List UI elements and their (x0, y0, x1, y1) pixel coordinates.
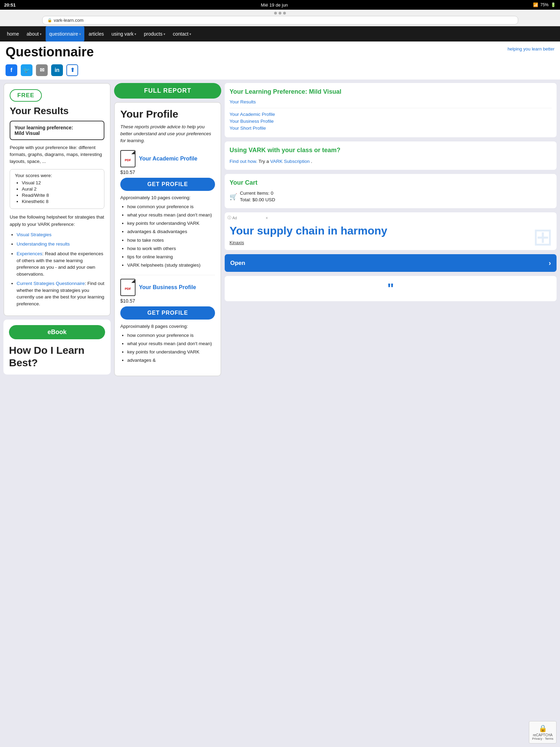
bullet-2: what your results mean (and don't mean) (127, 211, 215, 219)
cart-section: Your Cart 🛒 Current Items: 0 Total: $0.0… (225, 174, 557, 208)
scores-list: Visual 12 Aural 2 Read/Write 8 Kinesthet… (15, 180, 99, 204)
business-approx: Approximately 8 pages covering: (120, 324, 215, 329)
browser-bar: 🔒 vark-learn.com (0, 10, 560, 26)
social-icons-row: f 🐦 ✉ in ⬆ (0, 62, 560, 80)
current-strategies-link[interactable]: Current Strategies Questionnaire (17, 281, 85, 286)
business-price: $10.57 (120, 298, 215, 304)
academic-pdf-icon: PDF (120, 150, 136, 167)
ad-info-icon: ⓘ (227, 215, 231, 220)
ad-bg-decoration: ⊞ (533, 223, 553, 251)
open-button[interactable]: Open › (225, 254, 557, 272)
nav-articles[interactable]: articles (85, 26, 107, 42)
academic-header: PDF Your Academic Profile (120, 150, 215, 167)
status-date: Mié 19 de jun (261, 2, 288, 8)
biz-bullet-3: key points for understanding VARK (127, 348, 215, 356)
open-button-label: Open (230, 260, 245, 267)
visual-strategies-link[interactable]: Visual Strategies (17, 232, 52, 237)
twitter-icon[interactable]: 🐦 (21, 64, 32, 76)
biz-bullet-1: how common your preference is (127, 332, 215, 339)
business-sidebar-link[interactable]: Your Business Profile (230, 119, 552, 124)
bullet-5: how to take notes (127, 237, 215, 244)
link-current-strategies: Current Strategies Questionnaire: Find o… (17, 280, 104, 307)
get-academic-profile-button[interactable]: GET PROFILE (120, 178, 215, 191)
learning-pref-section: Your Learning Preference: Mild Visual Yo… (225, 83, 557, 137)
page-title: Questionnaire (6, 45, 94, 59)
nav-using-vark-label: using vark (112, 31, 134, 37)
status-bar: 20:51 Mié 19 de jun 📶 75% 🔋 (0, 0, 560, 10)
link-experiences: Experiences: Read about the experiences … (17, 250, 104, 277)
find-out-link[interactable]: Find out how. (230, 159, 257, 164)
your-results-link[interactable]: Your Results (230, 99, 552, 104)
score-aural: Aural 2 (22, 186, 99, 192)
nav-products[interactable]: products ▾ (140, 26, 169, 42)
helpsheet-text: Use the following helpsheet for strategi… (10, 214, 104, 228)
battery-icon: 🔋 (551, 2, 556, 7)
email-icon[interactable]: ✉ (36, 64, 48, 76)
full-report-button[interactable]: FULL REPORT (114, 83, 221, 99)
nav-about[interactable]: about ▾ (23, 26, 45, 42)
free-card: FREE Your Results Your learning preferen… (3, 83, 111, 316)
nav-home-label: home (7, 31, 19, 37)
lock-icon: 🔒 (47, 18, 52, 22)
experiences-link[interactable]: Experiences (17, 251, 42, 256)
nav-about-arrow: ▾ (40, 32, 41, 36)
cart-title: Your Cart (230, 179, 552, 187)
status-right: 📶 75% 🔋 (533, 2, 556, 7)
nav-contact-label: contact (173, 31, 188, 37)
right-column: Your Learning Preference: Mild Visual Yo… (225, 83, 557, 376)
academic-bullets: how common your preference is what your … (120, 203, 215, 269)
bullet-6: how to work with others (127, 245, 215, 252)
score-visual: Visual 12 (22, 180, 99, 185)
quote-mark-icon: " (388, 281, 394, 296)
academic-profile-section: PDF Your Academic Profile $10.57 GET PRO… (120, 150, 215, 269)
ebook-button[interactable]: eBook (9, 325, 105, 339)
page-header: Questionnaire helping you learn better (0, 42, 560, 62)
nav-questionnaire[interactable]: questionnaire ▾ (46, 26, 84, 42)
score-readwrite: Read/Write 8 (22, 193, 99, 198)
battery-text: 75% (540, 2, 549, 7)
nav-contact[interactable]: contact ▾ (169, 26, 195, 42)
nav-using-vark[interactable]: using vark ▾ (108, 26, 140, 42)
cart-items: Current Items: 0 (240, 190, 275, 197)
middle-column: FULL REPORT Your Profile These reports p… (114, 83, 221, 376)
results-title: Your Results (10, 106, 104, 117)
helpsheet-links: Visual Strategies Understanding the resu… (10, 231, 104, 307)
ad-brand[interactable]: Kinaxis (230, 240, 552, 245)
get-business-profile-button[interactable]: GET PROFILE (120, 306, 215, 320)
short-sidebar-link[interactable]: Your Short Profile (230, 126, 552, 131)
academic-sidebar-link[interactable]: Your Academic Profile (230, 112, 552, 117)
academic-price: $10.57 (120, 169, 215, 175)
business-profile-link[interactable]: Your Business Profile (139, 284, 196, 290)
linkedin-icon[interactable]: in (51, 64, 63, 76)
cart-total: Total: $0.00 USD (240, 197, 275, 203)
free-button[interactable]: FREE (10, 89, 42, 102)
description-text: People with your preference like: differ… (10, 144, 104, 165)
nav-contact-arrow: ▾ (189, 32, 191, 36)
pref-value: Mild Visual (15, 130, 40, 136)
preference-box: Your learning preference: Mild Visual (10, 121, 104, 140)
nav-questionnaire-label: questionnaire (49, 31, 78, 37)
nav-questionnaire-arrow: ▾ (79, 32, 81, 36)
link-visual: Visual Strategies (17, 231, 104, 238)
ad-text: Your supply chain in harmony (230, 224, 552, 237)
url-bar[interactable]: 🔒 vark-learn.com (42, 16, 518, 25)
helping-text: helping you learn better (507, 46, 554, 52)
share-icon[interactable]: ⬆ (66, 64, 78, 76)
business-profile-section: PDF Your Business Profile $10.57 GET PRO… (120, 279, 215, 365)
ebook-card: eBook How Do I Learn Best? (3, 320, 111, 375)
bullet-3: key points for understanding VARK (127, 220, 215, 227)
ad-close-icon[interactable]: × (265, 216, 268, 220)
profile-card-title: Your Profile (120, 108, 215, 120)
business-bullets: how common your preference is what your … (120, 332, 215, 365)
understanding-results-link[interactable]: Understanding the results (17, 241, 70, 247)
vark-subscription-link[interactable]: VARK Subscription (270, 159, 310, 164)
bullet-1: how common your preference is (127, 203, 215, 211)
academic-profile-link[interactable]: Your Academic Profile (139, 156, 197, 162)
main-content: FREE Your Results Your learning preferen… (0, 80, 560, 380)
left-column: FREE Your Results Your learning preferen… (3, 83, 111, 376)
ebook-title-text: How Do I Learn Best? (9, 344, 84, 368)
nav-home[interactable]: home (3, 26, 22, 42)
pref-label: Your learning preference: (15, 125, 73, 130)
facebook-icon[interactable]: f (6, 64, 17, 76)
nav-using-vark-arrow: ▾ (134, 32, 136, 36)
